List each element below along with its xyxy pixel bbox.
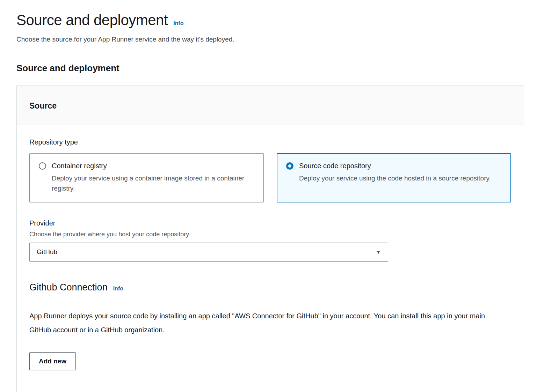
provider-select[interactable]: GitHub ▼ <box>29 243 388 262</box>
page-header: Source and deployment Info <box>16 12 524 29</box>
source-panel-body: Repository type Container registry Deplo… <box>17 125 524 391</box>
tile-container-registry[interactable]: Container registry Deploy your service u… <box>29 153 264 202</box>
tile-source-code-repository-top: Source code repository <box>286 162 502 170</box>
provider-label: Provider <box>29 219 511 227</box>
radio-selected-icon[interactable] <box>286 162 293 170</box>
tile-source-code-repository[interactable]: Source code repository Deploy your servi… <box>277 153 511 202</box>
section-heading: Source and deployment <box>16 63 524 74</box>
tile-source-code-repository-title: Source code repository <box>299 162 371 170</box>
page-title: Source and deployment <box>16 12 168 29</box>
page-title-info-link[interactable]: Info <box>173 20 183 27</box>
tile-container-registry-top: Container registry <box>39 162 254 170</box>
radio-unselected-icon[interactable] <box>39 162 46 170</box>
github-connection-header: Github Connection Info <box>29 282 511 293</box>
add-new-button[interactable]: Add new <box>29 352 76 370</box>
caret-down-icon: ▼ <box>376 249 381 255</box>
source-panel-header: Source <box>17 86 524 125</box>
tile-container-registry-title: Container registry <box>52 162 107 170</box>
github-connection-heading: Github Connection <box>29 282 108 293</box>
page: Source and deployment Info Choose the so… <box>0 0 559 392</box>
tile-source-code-repository-description: Deploy your service using the code hoste… <box>299 173 495 183</box>
provider-description: Choose the provider where you host your … <box>29 231 511 238</box>
source-panel: Source Repository type Container registr… <box>16 86 524 392</box>
tile-container-registry-description: Deploy your service using a container im… <box>52 173 247 194</box>
page-subtitle: Choose the source for your App Runner se… <box>16 36 524 43</box>
repository-type-label: Repository type <box>29 138 511 146</box>
source-panel-title: Source <box>29 101 57 110</box>
content-area: Source and deployment Info Choose the so… <box>16 12 524 392</box>
repository-type-tiles: Container registry Deploy your service u… <box>29 153 511 202</box>
github-connection-body: App Runner deploys your source code by i… <box>29 309 506 337</box>
provider-select-value: GitHub <box>37 248 57 256</box>
github-connection-info-link[interactable]: Info <box>113 286 123 292</box>
